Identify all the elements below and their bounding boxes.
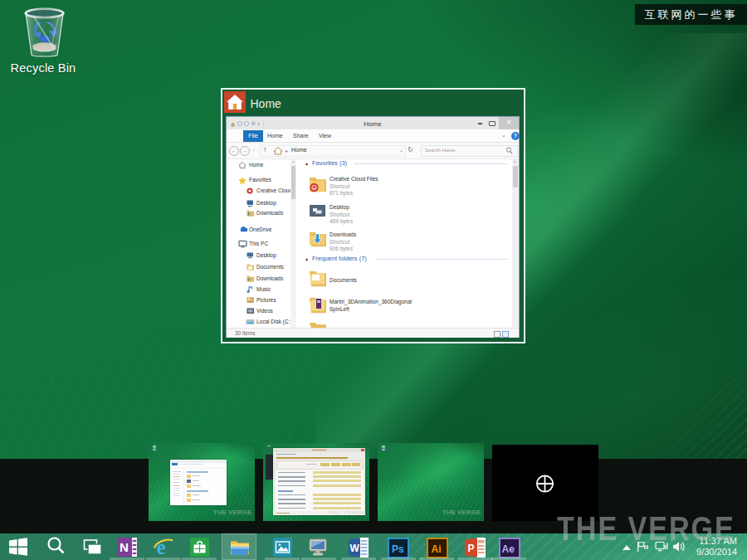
svg-text:W: W xyxy=(350,543,360,554)
svg-text:Ae: Ae xyxy=(502,543,515,555)
svg-text:N: N xyxy=(120,540,129,554)
svg-text:P: P xyxy=(468,543,475,554)
svg-text:Ai: Ai xyxy=(432,543,442,555)
svg-text:Ps: Ps xyxy=(392,543,404,555)
